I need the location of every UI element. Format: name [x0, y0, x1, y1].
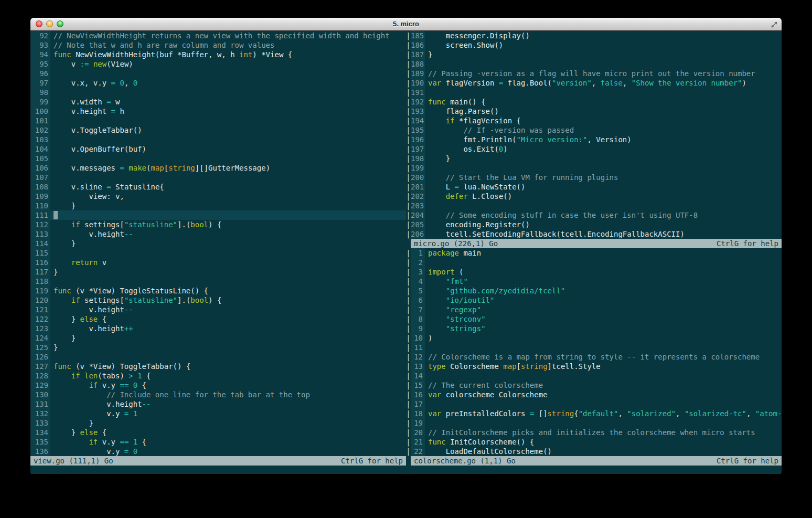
code-line-row[interactable]: 132 v.y = 1 [30, 409, 406, 418]
code-line-row[interactable]: 196 fmt.Println("Micro version:", Versio… [411, 135, 782, 144]
code-line-row[interactable]: 186 screen.Show() [411, 40, 782, 50]
code-line-row[interactable]: 8 "strconv" [411, 314, 782, 324]
code-line-row[interactable]: 5 "github.com/zyedidia/tcell" [411, 286, 782, 295]
code-line-row[interactable]: 206 tcell.SetEncodingFallback(tcell.Enco… [411, 229, 782, 239]
code-line-row[interactable]: 12// Colorscheme is a map from string to… [411, 352, 782, 362]
code-line-row[interactable]: 115 [30, 248, 406, 258]
code-line-row[interactable]: 105 [30, 154, 406, 163]
line-number: 107 [30, 173, 50, 182]
code-line-row[interactable]: 103 [30, 135, 406, 144]
command-line[interactable] [30, 466, 782, 474]
code-line-row[interactable]: 99 v.width = w [30, 97, 406, 107]
code-line-row[interactable]: 108 v.sline = Statusline{ [30, 182, 406, 192]
code-line-row[interactable]: 1package main [411, 248, 782, 258]
code-line-row[interactable]: 203 [411, 201, 782, 210]
code-line-row[interactable]: 204 // Some encoding stuff in case the u… [411, 210, 782, 220]
code-line-row[interactable]: 202 defer L.Close() [411, 192, 782, 201]
code-line-row[interactable]: 131 v.height-- [30, 399, 406, 409]
code-line-row[interactable]: 101 [30, 116, 406, 125]
code-line-row[interactable]: 121 v.height-- [30, 305, 406, 314]
code-line-row[interactable]: 95 v := new(View) [30, 59, 406, 69]
code-line-row[interactable]: 11 [411, 343, 782, 352]
code-line-row[interactable]: 129 if v.y == 0 { [30, 380, 406, 390]
code-line-row[interactable]: 190var flagVersion = flag.Bool("version"… [411, 78, 782, 88]
code-line-row[interactable]: 185 messenger.Display() [411, 31, 782, 40]
code-line-row[interactable]: 18var preInstalledColors = []string{"def… [411, 409, 782, 418]
code-line-row[interactable]: 113 v.height-- [30, 229, 406, 239]
code-line-row[interactable]: 197 os.Exit(0) [411, 144, 782, 154]
code-line-row[interactable]: 4 "fmt" [411, 277, 782, 286]
code-line-row[interactable]: 20// InitColorscheme picks and initializ… [411, 428, 782, 437]
code-area-view-go[interactable]: 92// NewViewWidthHeight returns a new vi… [30, 31, 406, 456]
code-line-row[interactable]: 19 [411, 418, 782, 428]
code-line-row[interactable]: 7 "regexp" [411, 305, 782, 314]
code-line-row[interactable]: 126 [30, 352, 406, 362]
code-line-row[interactable]: 111 [30, 210, 406, 220]
code-line-row[interactable]: 188 [411, 59, 782, 69]
code-line-row[interactable]: 96 [30, 69, 406, 78]
code-line-row[interactable]: 199 [411, 163, 782, 173]
code-line-row[interactable]: 135 if v.y == 1 { [30, 437, 406, 447]
line-number: 20 [411, 428, 425, 437]
code-line-row[interactable]: 97 v.x, v.y = 0, 0 [30, 78, 406, 88]
code-line-row[interactable]: 118 [30, 277, 406, 286]
code-line-row[interactable]: 191 [411, 88, 782, 97]
code-line-row[interactable]: 10) [411, 333, 782, 343]
line-number: 201 [411, 182, 425, 192]
code-line-row[interactable]: 125} [30, 343, 406, 352]
code-line-row[interactable]: 198 } [411, 154, 782, 163]
code-line-row[interactable]: 3import ( [411, 267, 782, 277]
code-line-row[interactable]: 94func NewViewWidthHeight(buf *Buffer, w… [30, 50, 406, 59]
code-line-row[interactable]: 92// NewViewWidthHeight returns a new vi… [30, 31, 406, 40]
code-line-row[interactable]: 134 } else { [30, 428, 406, 437]
code-line-row[interactable]: 93// Note that w and h are raw column an… [30, 40, 406, 50]
code-line-row[interactable]: 205 encoding.Register() [411, 220, 782, 229]
code-line-row[interactable]: 22 LoadDefaultColorscheme() [411, 447, 782, 456]
code-line-row[interactable]: 14 [411, 371, 782, 380]
code-line-row[interactable]: 120 if settings["statusline"].(bool) { [30, 295, 406, 305]
code-line-row[interactable]: 9 "strings" [411, 324, 782, 333]
code-area-micro-go[interactable]: 185 messenger.Display()186 screen.Show()… [411, 31, 782, 239]
code-line-row[interactable]: 200 // Start the Lua VM for running plug… [411, 173, 782, 182]
code-line-row[interactable]: 201 L = lua.NewState() [411, 182, 782, 192]
code-line-row[interactable]: 106 v.messages = make(map[string][]Gutte… [30, 163, 406, 173]
code-line-row[interactable]: 133 } [30, 418, 406, 428]
code-line-row[interactable]: 122 } else { [30, 314, 406, 324]
code-line-row[interactable]: 136 v.y = 0 [30, 447, 406, 456]
code-line-row[interactable]: 2 [411, 258, 782, 267]
code-area-colorscheme-go[interactable]: 1package main23import (4 "fmt"5 "github.… [411, 248, 782, 456]
code-line-row[interactable]: 117} [30, 267, 406, 277]
titlebar[interactable]: 5. micro [30, 18, 782, 31]
code-line-row[interactable]: 193 flag.Parse() [411, 107, 782, 116]
code-line-row[interactable]: 100 v.height = h [30, 107, 406, 116]
code-line-row[interactable]: 6 "io/ioutil" [411, 295, 782, 305]
code-line-row[interactable]: 109 view: v, [30, 192, 406, 201]
code-line-row[interactable]: 194 if *flagVersion { [411, 116, 782, 125]
code-line-row[interactable]: 195 // If -version was passed [411, 125, 782, 135]
code-line-row[interactable]: 192func main() { [411, 97, 782, 107]
code-line-row[interactable]: 130 // Include one line for the tab bar … [30, 390, 406, 399]
code-line-row[interactable]: 21func InitColorscheme() { [411, 437, 782, 447]
code-line-row[interactable]: 119func (v *View) ToggleStatusLine() { [30, 286, 406, 295]
terminal-window: 5. micro 92// NewViewWidthHeight returns… [30, 18, 782, 474]
code-line-row[interactable]: 98 [30, 88, 406, 97]
code-line-row[interactable]: 128 if len(tabs) > 1 { [30, 371, 406, 380]
code-line-row[interactable]: 17 [411, 399, 782, 409]
code-line-row[interactable]: 15// The current colorscheme [411, 380, 782, 390]
code-line-row[interactable]: 189// Passing -version as a flag will ha… [411, 69, 782, 78]
code-line-row[interactable]: 116 return v [30, 258, 406, 267]
code-line-row[interactable]: 114 } [30, 239, 406, 248]
code-line-row[interactable]: 107 [30, 173, 406, 182]
code-line-row[interactable]: 123 v.height++ [30, 324, 406, 333]
code-line-row[interactable]: 16var colorscheme Colorscheme [411, 390, 782, 399]
code-line-row[interactable]: 102 v.ToggleTabbar() [30, 125, 406, 135]
code-line-row[interactable]: 13type Colorscheme map[string]tcell.Styl… [411, 362, 782, 371]
code-line-row[interactable]: 127func (v *View) ToggleTabbar() { [30, 362, 406, 371]
code-line-row[interactable]: 187} [411, 50, 782, 59]
code-line-row[interactable]: 124 } [30, 333, 406, 343]
code-line-row[interactable]: 112 if settings["statusline"].(bool) { [30, 220, 406, 229]
code-line-row[interactable]: 110 } [30, 201, 406, 210]
resize-arrows-icon[interactable] [771, 20, 778, 28]
code-line-row[interactable]: 104 v.OpenBuffer(buf) [30, 144, 406, 154]
line-number: 104 [30, 144, 50, 154]
